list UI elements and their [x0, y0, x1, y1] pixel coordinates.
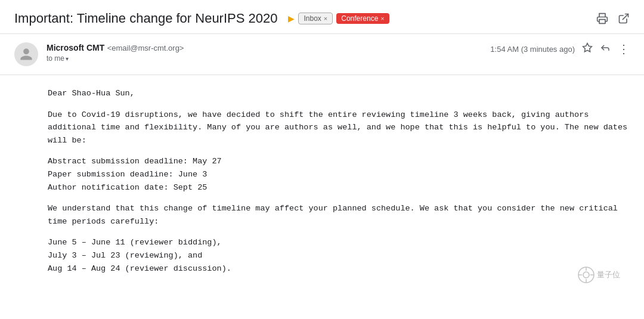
deadline3: Author notification date: Sept 25 — [48, 181, 630, 194]
svg-rect-0 — [599, 20, 605, 24]
star-icon[interactable] — [582, 42, 593, 55]
sender-row: Microsoft CMT <email@msr-cmt.org> to me … — [0, 34, 644, 75]
deadline2: Paper submission deadline: June 3 — [48, 168, 630, 181]
paragraph1: Due to Covid-19 disruptions, we have dec… — [48, 109, 630, 147]
reply-icon[interactable] — [600, 42, 611, 55]
svg-line-1 — [623, 14, 628, 20]
tag-inbox[interactable]: Inbox × — [298, 13, 333, 24]
period2: July 3 – Jul 23 (reviewing), and — [48, 249, 630, 262]
tags-area: ▶ Inbox × Conference × — [288, 13, 389, 24]
email-subject: Important: Timeline change for NeurIPS 2… — [14, 11, 277, 26]
time-row: 1:54 AM (3 minutes ago) ⋮ — [490, 42, 630, 55]
watermark-logo — [578, 267, 595, 283]
svg-marker-2 — [583, 44, 592, 52]
svg-point-4 — [583, 272, 589, 278]
avatar — [14, 42, 38, 66]
periods-block: June 5 – June 11 (reviewer bidding), Jul… — [48, 236, 630, 275]
email-container: Important: Timeline change for NeurIPS 2… — [0, 0, 644, 319]
greeting: Dear Shao-Hua Sun, — [48, 87, 630, 100]
chevron-down-icon: ▾ — [66, 55, 69, 62]
email-time: 1:54 AM (3 minutes ago) — [490, 45, 575, 54]
header-icons — [596, 13, 630, 24]
email-body: Dear Shao-Hua Sun, Due to Covid-19 disru… — [0, 75, 644, 295]
sender-email: <email@msr-cmt.org> — [107, 44, 184, 52]
watermark-text: 量子位 — [597, 270, 620, 280]
deadline1: Abstract submission deadline: May 27 — [48, 155, 630, 168]
period1: June 5 – June 11 (reviewer bidding), — [48, 236, 630, 249]
print-icon[interactable] — [596, 13, 608, 24]
label-arrow-icon: ▶ — [288, 14, 295, 23]
sender-name: Microsoft CMT — [47, 43, 104, 52]
paragraph2: We understand that this change of timeli… — [48, 202, 630, 228]
deadlines-block: Abstract submission deadline: May 27 Pap… — [48, 155, 630, 194]
to-me[interactable]: to me ▾ — [47, 54, 482, 63]
more-options-icon[interactable]: ⋮ — [618, 43, 630, 55]
tag-conference[interactable]: Conference × — [336, 13, 389, 24]
period3: Aug 14 – Aug 24 (reviewer discussion). — [48, 262, 630, 275]
subject-row: Important: Timeline change for NeurIPS 2… — [0, 0, 644, 34]
open-external-icon[interactable] — [618, 13, 630, 24]
inbox-tag-close[interactable]: × — [324, 15, 327, 22]
watermark: 量子位 — [578, 267, 620, 283]
sender-name-row: Microsoft CMT <email@msr-cmt.org> — [47, 42, 482, 53]
conference-tag-close[interactable]: × — [380, 15, 384, 22]
sender-info: Microsoft CMT <email@msr-cmt.org> to me … — [47, 42, 482, 63]
